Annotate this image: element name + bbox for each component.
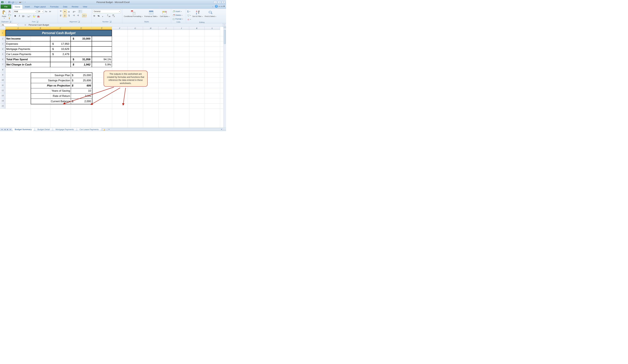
- cell-D10[interactable]: $25,606: [71, 78, 92, 83]
- customize-qat-dropdown[interactable]: ▾: [24, 0, 26, 4]
- cell-E3[interactable]: [92, 41, 112, 46]
- column-header-I[interactable]: I: [158, 27, 174, 30]
- cell-D9[interactable]: $25,000: [71, 73, 92, 78]
- budget-title-cell[interactable]: Personal Cash Budget: [5, 30, 112, 36]
- cell-C7[interactable]: [50, 62, 71, 67]
- cell-D3[interactable]: [71, 41, 92, 46]
- sheet-tab-budget-detail[interactable]: Budget Detail: [35, 128, 53, 131]
- prev-sheet-button[interactable]: ◀: [3, 128, 6, 131]
- row-header-10[interactable]: 10: [0, 77, 5, 83]
- cell-A6[interactable]: Total Plan Spend: [5, 57, 50, 62]
- restore-button[interactable]: ▭: [218, 1, 221, 3]
- cell-D13[interactable]: 3.5%: [71, 93, 92, 99]
- insert-worksheet-button[interactable]: [102, 128, 106, 131]
- scroll-thumb[interactable]: [224, 30, 226, 44]
- formula-input[interactable]: Personal Cash Budget: [28, 24, 223, 26]
- cell-C4[interactable]: $10,629: [50, 46, 71, 52]
- font-dialog-launcher[interactable]: ◢: [36, 21, 38, 23]
- doc-close-button[interactable]: ✕: [223, 5, 225, 7]
- cell-D4[interactable]: [71, 46, 92, 52]
- cell-D2[interactable]: $33,000: [71, 36, 92, 41]
- clipboard-dialog-launcher[interactable]: ◢: [9, 21, 11, 23]
- excel-icon[interactable]: X: [1, 0, 4, 4]
- cell-A2[interactable]: Net Income: [5, 36, 50, 41]
- align-center-icon[interactable]: [63, 14, 67, 17]
- paste-dropdown[interactable]: ▾: [4, 18, 4, 19]
- insert-cells-button[interactable]: +Insert ▾: [172, 10, 182, 13]
- doc-minimize-button[interactable]: —: [218, 5, 220, 7]
- column-header-D[interactable]: D: [71, 27, 92, 30]
- cell-C5[interactable]: $2,479: [50, 52, 71, 57]
- cell-BC10[interactable]: Savings Projection: [31, 78, 71, 83]
- undo-icon[interactable]: ▾: [11, 0, 15, 4]
- tab-formulas[interactable]: Formulas: [48, 4, 61, 9]
- column-header-J[interactable]: J: [174, 27, 189, 30]
- column-header-E[interactable]: E: [92, 27, 112, 30]
- cell-D12[interactable]: 10: [71, 88, 92, 93]
- fx-icon[interactable]: fx: [23, 24, 27, 26]
- paste-button[interactable]: Paste ▾: [1, 10, 7, 19]
- next-sheet-button[interactable]: ▶: [6, 128, 9, 131]
- row-header-11[interactable]: 11: [0, 83, 5, 88]
- shrink-font-icon[interactable]: A▾: [48, 10, 52, 13]
- number-dialog-launcher[interactable]: ◢: [110, 21, 111, 23]
- increase-indent-icon[interactable]: [76, 14, 80, 17]
- row-header-1[interactable]: 1: [0, 30, 5, 36]
- cell-BC13[interactable]: Rate of Return: [31, 93, 71, 99]
- file-tab[interactable]: File: [1, 4, 11, 9]
- cell-BC11[interactable]: Plan vs Projection: [31, 83, 71, 88]
- conditional-formatting-button[interactable]: Conditional Formatting ▾: [123, 10, 143, 18]
- decrease-decimal-icon[interactable]: .00→.0: [111, 14, 116, 18]
- sheet-tab-car-lease-payments[interactable]: Car Lease Payments: [77, 128, 102, 131]
- format-painter-icon[interactable]: [8, 17, 11, 20]
- italic-button[interactable]: I: [17, 14, 21, 18]
- accounting-icon[interactable]: $▾: [93, 14, 96, 18]
- row-header-15[interactable]: 15: [0, 103, 5, 109]
- cell-E7[interactable]: 5.9%: [92, 62, 112, 67]
- cell-D6[interactable]: $31,058: [71, 57, 92, 62]
- close-button[interactable]: ✕: [222, 1, 225, 3]
- cells-area[interactable]: Personal Cash Budget Net Income $33,000 …: [5, 30, 223, 128]
- wrap-text-icon[interactable]: abc: [78, 10, 82, 13]
- row-header-7[interactable]: 7: [0, 62, 5, 67]
- decrease-indent-icon[interactable]: [72, 14, 76, 17]
- row-header-13[interactable]: 13: [0, 93, 5, 98]
- merge-center-icon[interactable]: a▾: [82, 14, 86, 17]
- row-header-5[interactable]: 5: [0, 52, 5, 57]
- cell-BC14[interactable]: Current Balance: [31, 99, 71, 104]
- cell-E5[interactable]: [92, 52, 112, 57]
- print-icon[interactable]: ▾: [19, 0, 22, 4]
- cell-C2[interactable]: [50, 36, 71, 41]
- horizontal-scrollbar[interactable]: [108, 128, 223, 131]
- align-top-icon[interactable]: [59, 10, 63, 13]
- cell-BC9[interactable]: Savings Plan: [31, 73, 71, 78]
- clear-button[interactable]: ▾: [187, 18, 191, 21]
- column-header-L[interactable]: L: [205, 27, 220, 30]
- save-icon[interactable]: [7, 0, 11, 4]
- increase-decimal-icon[interactable]: .0←.00: [106, 14, 111, 18]
- column-header-C[interactable]: C: [50, 27, 71, 30]
- cell-A7[interactable]: Net Change in Cash: [5, 62, 50, 67]
- bold-button[interactable]: B: [13, 14, 17, 18]
- tab-view[interactable]: View: [80, 4, 89, 9]
- alignment-dialog-launcher[interactable]: ◢: [78, 21, 80, 23]
- align-middle-icon[interactable]: [63, 10, 67, 13]
- font-name-select[interactable]: Arial▾: [13, 10, 37, 13]
- redo-icon[interactable]: ▾: [15, 0, 18, 4]
- borders-button[interactable]: ▾: [27, 14, 31, 18]
- delete-cells-button[interactable]: ×Delete ▾: [172, 13, 183, 17]
- comma-icon[interactable]: ,: [101, 14, 105, 18]
- tab-review[interactable]: Review: [70, 4, 81, 9]
- cut-icon[interactable]: [8, 10, 11, 13]
- column-header-H[interactable]: H: [143, 27, 158, 30]
- first-sheet-button[interactable]: ⏮: [1, 128, 3, 131]
- cell-D7[interactable]: $1,942: [71, 62, 92, 67]
- font-color-button[interactable]: A▾: [37, 14, 40, 18]
- name-box[interactable]: A1▾: [1, 23, 18, 26]
- row-header-4[interactable]: 4: [0, 46, 5, 52]
- row-header-12[interactable]: 12: [0, 88, 5, 93]
- format-cells-button[interactable]: Format ▾: [172, 17, 183, 21]
- vertical-scrollbar[interactable]: [223, 27, 226, 128]
- fill-button[interactable]: ▾: [187, 14, 191, 17]
- cell-A5[interactable]: Car Lease Payments: [5, 52, 50, 57]
